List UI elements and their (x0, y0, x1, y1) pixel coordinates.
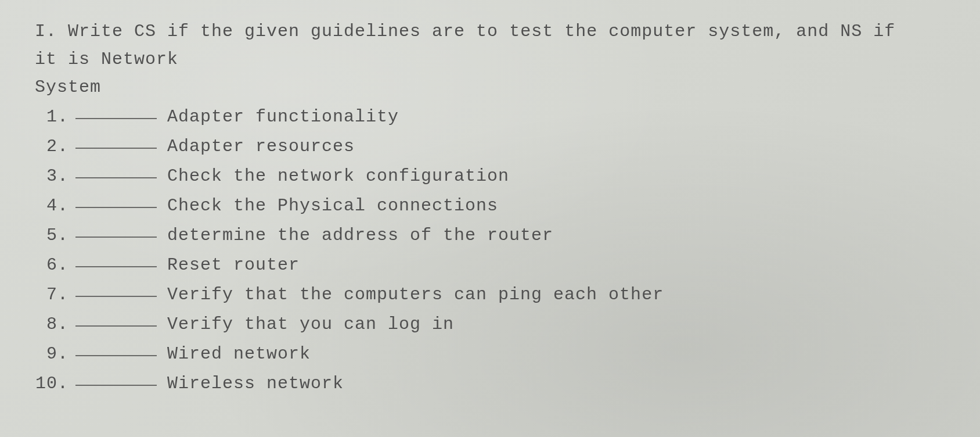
worksheet-content: I. Write CS if the given guidelines are … (35, 17, 945, 399)
question-number: 8. (35, 310, 75, 339)
question-item: 3. Check the network configuration (35, 162, 945, 191)
question-item: 9. Wired network (35, 339, 945, 369)
question-item: 7. Verify that the computers can ping ea… (35, 280, 945, 310)
question-text: Adapter functionality (167, 102, 945, 132)
question-text: determine the address of the router (167, 221, 945, 250)
question-number: 4. (35, 191, 75, 221)
question-text: Check the Physical connections (167, 191, 945, 221)
answer-blank[interactable] (75, 118, 157, 119)
question-item: 8. Verify that you can log in (35, 310, 945, 339)
question-text: Wireless network (167, 369, 945, 399)
question-item: 1. Adapter functionality (35, 102, 945, 132)
answer-blank[interactable] (75, 355, 157, 356)
question-number: 10. (35, 369, 75, 399)
question-text: Reset router (167, 250, 945, 280)
question-number: 5. (35, 221, 75, 250)
question-text: Verify that you can log in (167, 310, 945, 339)
question-list: 1. Adapter functionality 2. Adapter reso… (35, 102, 945, 399)
question-number: 3. (35, 162, 75, 191)
question-item: 10. Wireless network (35, 369, 945, 399)
question-number: 7. (35, 280, 75, 310)
answer-blank[interactable] (75, 177, 157, 178)
answer-blank[interactable] (75, 266, 157, 267)
question-text: Wired network (167, 339, 945, 369)
answer-blank[interactable] (75, 148, 157, 149)
answer-blank[interactable] (75, 385, 157, 386)
answer-blank[interactable] (75, 325, 157, 327)
answer-blank[interactable] (75, 207, 157, 208)
answer-blank[interactable] (75, 237, 157, 238)
question-item: 2. Adapter resources (35, 132, 945, 162)
question-number: 6. (35, 250, 75, 280)
instruction-line-2: it is Network (35, 45, 945, 73)
question-text: Check the network configuration (167, 162, 945, 191)
answer-blank[interactable] (75, 296, 157, 297)
question-item: 4. Check the Physical connections (35, 191, 945, 221)
question-text: Adapter resources (167, 132, 945, 162)
question-item: 5. determine the address of the router (35, 221, 945, 250)
question-text: Verify that the computers can ping each … (167, 280, 945, 310)
question-number: 9. (35, 339, 75, 369)
question-number: 1. (35, 102, 75, 132)
instruction-line-3: System (35, 73, 945, 101)
question-number: 2. (35, 132, 75, 162)
question-item: 6. Reset router (35, 250, 945, 280)
instruction-line-1: I. Write CS if the given guidelines are … (35, 17, 945, 45)
